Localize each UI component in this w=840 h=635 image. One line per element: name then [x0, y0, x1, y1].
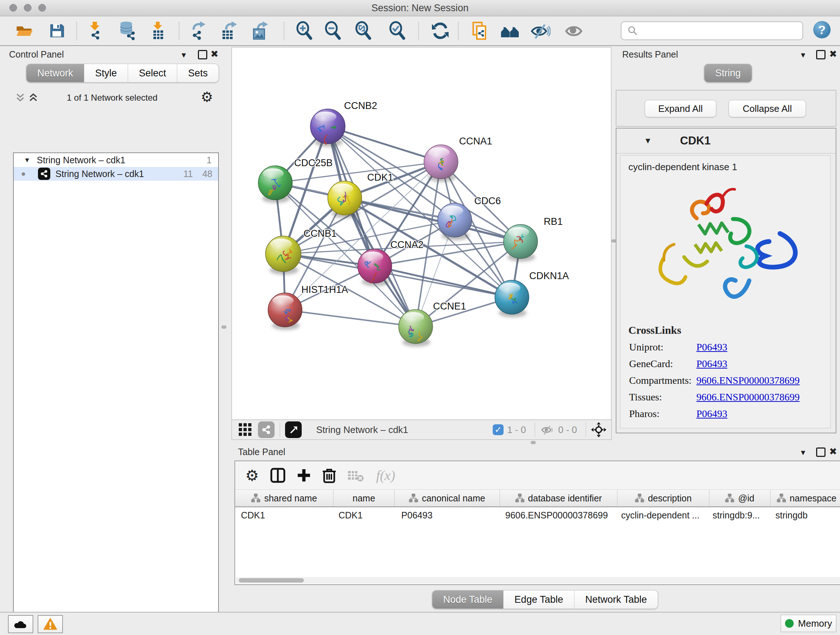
tab-string[interactable]: String — [704, 64, 752, 82]
tab-node-table[interactable]: Node Table — [432, 590, 504, 609]
table-cell[interactable]: CDK1 — [235, 507, 333, 523]
export-table-button[interactable] — [219, 20, 240, 41]
network-canvas[interactable]: CCNB2CCNA1CDC25BCDK1CDC6RB1CCNB1CCNA2CDK… — [232, 47, 611, 420]
save-session-button[interactable] — [46, 20, 67, 41]
network-view-toolbar: String Network – cdk1 ✓ 1 - 0 0 - 0 — [232, 420, 612, 440]
memory-button[interactable]: Memory — [781, 615, 836, 632]
panel-close-icon[interactable]: ✖ — [829, 446, 837, 457]
scrollbar-thumb[interactable] — [239, 578, 304, 583]
grid-view-icon[interactable] — [238, 423, 252, 437]
import-database-button[interactable] — [117, 20, 138, 41]
column-header-description[interactable]: description — [617, 490, 709, 507]
crosslink-link[interactable]: P06493 — [696, 358, 728, 370]
collapse-all-button[interactable]: Collapse All — [729, 100, 806, 117]
hide-selected-button[interactable] — [530, 20, 551, 41]
network-node-RB1[interactable]: RB1 — [504, 216, 563, 261]
tab-select[interactable]: Select — [128, 64, 177, 82]
column-header-shared-name[interactable]: shared name — [235, 490, 333, 507]
delete-table-icon[interactable] — [347, 469, 364, 482]
network-edge[interactable] — [285, 310, 416, 326]
delete-trash-icon[interactable] — [322, 467, 336, 483]
network-edge[interactable] — [328, 126, 416, 326]
hidden-eye-slash-icon[interactable] — [540, 424, 554, 436]
column-header-name[interactable]: name — [333, 490, 395, 507]
zoom-in-button[interactable] — [294, 20, 315, 41]
network-node-CCNA1[interactable]: CCNA1 — [424, 136, 493, 182]
column-header-database-identifier[interactable]: database identifier — [500, 490, 617, 507]
panel-menu-chevron-icon[interactable]: ▼ — [799, 448, 807, 457]
left-splitter-handle[interactable] — [221, 325, 226, 329]
search-input[interactable] — [642, 23, 802, 38]
network-node-CDKN1A[interactable]: CDKN1A — [495, 271, 569, 317]
gene-card-header[interactable]: ▼ CDK1 — [616, 128, 836, 154]
crosslink-link[interactable]: P06493 — [696, 341, 728, 353]
tab-sets[interactable]: Sets — [177, 64, 219, 82]
crosslink-row: Compartments:9606.ENSP00000378699 — [629, 375, 830, 386]
table-cell[interactable]: stringdb — [769, 507, 840, 523]
table-settings-gear-icon[interactable]: ⚙ — [245, 467, 259, 485]
bottom-splitter-handle[interactable] — [531, 441, 536, 444]
network-node-CCNB2[interactable]: CCNB2 — [310, 100, 377, 147]
help-button[interactable]: ? — [813, 21, 831, 38]
table-row[interactable]: CDK1CDK1P064939606.ENSP00000378699cyclin… — [235, 507, 840, 523]
expand-all-button[interactable]: Expand All — [645, 100, 716, 117]
bar-separator — [279, 423, 280, 437]
birds-eye-view-icon[interactable] — [285, 421, 302, 438]
add-column-plus-icon[interactable] — [297, 468, 311, 483]
tab-style[interactable]: Style — [84, 64, 128, 82]
network-options-gear-icon[interactable]: ⚙ — [201, 89, 213, 105]
collapse-expand-icons[interactable] — [16, 93, 40, 103]
function-builder-fx[interactable]: f(x) — [376, 467, 395, 483]
pan-crosshair-icon[interactable] — [591, 422, 606, 437]
export-network-button[interactable] — [188, 20, 210, 41]
panel-close-icon[interactable]: ✖ — [829, 49, 837, 59]
zoom-selected-button[interactable] — [387, 20, 408, 41]
table-cell[interactable]: CDK1 — [333, 507, 396, 523]
network-row-selected[interactable]: ● String Network – cdk1 11 48 — [14, 167, 218, 181]
collapse-triangle-icon[interactable]: ▼ — [644, 136, 652, 146]
open-session-button[interactable] — [14, 20, 35, 41]
import-network-button[interactable] — [84, 20, 105, 41]
tree-expander-icon[interactable]: ▼ — [24, 157, 30, 164]
horizontal-scrollbar[interactable] — [236, 577, 840, 584]
tab-network[interactable]: Network — [26, 64, 84, 82]
panel-float-icon[interactable] — [198, 50, 207, 59]
table-cell[interactable]: cyclin-dependent ... — [615, 507, 707, 523]
panel-close-icon[interactable]: ✖ — [210, 49, 218, 59]
panel-menu-chevron-icon[interactable]: ▼ — [180, 51, 187, 59]
network-edge[interactable] — [328, 126, 441, 162]
export-image-button[interactable] — [250, 20, 271, 41]
tab-network-table[interactable]: Network Table — [575, 590, 658, 609]
network-node-HIST1H1A[interactable]: HIST1H1A — [268, 284, 348, 330]
network-collection-row[interactable]: ▼ String Network – cdk1 1 — [14, 153, 218, 167]
table-cell[interactable]: P06493 — [395, 507, 499, 523]
network-node-CCNE1[interactable]: CCNE1 — [399, 301, 466, 347]
import-table-button[interactable] — [148, 20, 169, 41]
node-label: RB1 — [544, 216, 563, 227]
crosslink-link[interactable]: 9606.ENSP00000378699 — [696, 375, 799, 386]
show-all-networks-button[interactable] — [500, 20, 521, 41]
network-thumbnail-icon[interactable] — [258, 421, 275, 438]
warnings-button[interactable] — [38, 615, 63, 633]
copy-network-button[interactable] — [470, 20, 491, 41]
panel-float-icon[interactable] — [816, 50, 826, 59]
table-cell[interactable]: 9606.ENSP00000378699 — [500, 507, 615, 523]
selected-checkbox[interactable]: ✓ — [493, 424, 504, 435]
panel-menu-chevron-icon[interactable]: ▼ — [799, 51, 807, 59]
column-header-canonical-name[interactable]: canonical name — [395, 490, 500, 507]
column-header-namespace[interactable]: namespace — [771, 490, 840, 507]
panel-float-icon[interactable] — [816, 448, 826, 457]
zoom-fit-button[interactable] — [353, 20, 374, 41]
table-cell[interactable]: stringdb:9... — [707, 507, 770, 523]
columns-icon[interactable] — [270, 467, 286, 483]
show-eye-button[interactable] — [564, 20, 584, 41]
crosslink-link[interactable]: P06493 — [696, 408, 728, 420]
column-header--id[interactable]: @id — [709, 490, 771, 507]
zoom-out-button[interactable] — [323, 20, 344, 41]
tab-edge-table[interactable]: Edge Table — [504, 590, 575, 609]
status-bar: Memory — [0, 612, 840, 635]
refresh-button[interactable] — [430, 20, 451, 41]
cloud-button[interactable] — [8, 615, 33, 633]
toolbar-separator — [418, 22, 419, 40]
crosslink-link[interactable]: 9606.ENSP00000378699 — [696, 391, 799, 403]
